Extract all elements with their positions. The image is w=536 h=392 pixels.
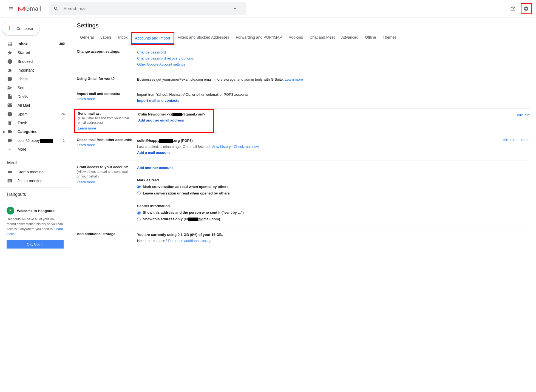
- settings-content: Settings General Labels Inbox Accounts a…: [70, 18, 536, 392]
- gsuite-learn-more-link[interactable]: Learn more: [285, 77, 303, 81]
- other-google-settings-link[interactable]: Other Google Account settings: [137, 62, 185, 66]
- add-mail-account-link[interactable]: Add a mail account: [137, 151, 170, 155]
- clock-icon: [7, 59, 13, 64]
- chevron-right-icon: ▶: [3, 130, 5, 133]
- grant-learn-more-link[interactable]: Learn more: [77, 180, 133, 184]
- storage-need-text: Need more space?: [137, 239, 168, 243]
- svg-rect-5: [9, 28, 10, 28]
- sidebar-item-join-meeting[interactable]: Join a meeting: [0, 176, 68, 185]
- tab-forwarding[interactable]: Forwarding and POP/IMAP: [232, 32, 285, 45]
- add-another-email-link[interactable]: Add another email address: [138, 118, 184, 122]
- import-learn-more-link[interactable]: Learn more: [77, 97, 133, 101]
- gmail-logo-icon: [18, 6, 25, 12]
- mark-read-radio-1[interactable]: [137, 185, 141, 188]
- tab-filters[interactable]: Filters and Blocked Addresses: [174, 32, 232, 45]
- hangouts-description: Hangouts will save all of your on-record…: [7, 217, 64, 236]
- sidebar: Compose Inbox 380 Starred Snoozed Import…: [0, 18, 70, 392]
- tab-inbox[interactable]: Inbox: [115, 32, 131, 45]
- sender-radio-1[interactable]: [137, 211, 141, 215]
- sidebar-item-categories[interactable]: ▶ Categories: [0, 127, 68, 136]
- send-icon: [7, 85, 13, 91]
- spam-icon: [7, 111, 13, 117]
- important-icon: [7, 67, 13, 73]
- send-as-title: Send mail as:: [78, 111, 134, 115]
- check-mail-edit-info-link[interactable]: edit info: [503, 138, 515, 142]
- tab-addons[interactable]: Add-ons: [285, 32, 306, 45]
- svg-rect-4: [10, 28, 11, 28]
- sidebar-item-allmail[interactable]: All Mail: [0, 101, 68, 110]
- mark-read-radio-2[interactable]: [137, 191, 141, 195]
- import-mail-link[interactable]: Import mail and contacts: [137, 98, 179, 103]
- header: Gmail: [0, 0, 536, 18]
- section-grant-access: Grant access to your account: (Allow oth…: [77, 160, 529, 227]
- tab-general[interactable]: General: [77, 32, 97, 45]
- section-import: Import mail and contacts: Learn more Imp…: [77, 87, 529, 108]
- hangouts-welcome-card: ❝ Welcome to Hangouts! Hangouts will sav…: [3, 204, 67, 252]
- view-history-link[interactable]: View history: [212, 145, 231, 149]
- sender-radio-2[interactable]: [137, 218, 141, 221]
- sidebar-item-sent[interactable]: Sent: [0, 83, 68, 92]
- meet-section-title: Meet: [0, 158, 70, 168]
- video-icon: [7, 169, 13, 175]
- help-button[interactable]: [507, 3, 518, 14]
- check-mail-account: colin@happy.org (POP3): [137, 139, 193, 143]
- logo-area[interactable]: Gmail: [18, 5, 41, 12]
- hangouts-ok-button[interactable]: OK, Got it.: [7, 240, 64, 249]
- hangouts-welcome-title: Welcome to Hangouts!: [17, 209, 56, 213]
- change-account-title: Change account settings:: [77, 49, 133, 53]
- tab-labels[interactable]: Labels: [97, 32, 115, 45]
- tab-chat[interactable]: Chat and Meet: [306, 32, 338, 45]
- sidebar-item-custom-label[interactable]: colin@happy 1: [0, 136, 68, 145]
- tab-advanced[interactable]: Advanced: [338, 32, 362, 45]
- sidebar-item-chats[interactable]: Chats: [0, 75, 68, 83]
- search-input[interactable]: [63, 6, 232, 11]
- sidebar-item-snoozed[interactable]: Snoozed: [0, 57, 68, 66]
- tab-themes[interactable]: Themes: [379, 32, 400, 45]
- svg-rect-3: [7, 28, 9, 28]
- section-change-account: Change account settings: Change password…: [77, 45, 529, 72]
- check-mail-learn-more-link[interactable]: Learn more: [77, 143, 133, 147]
- change-recovery-link[interactable]: Change password recovery options: [137, 56, 193, 60]
- grant-title: Grant access to your account:: [77, 165, 133, 169]
- check-mail-now-link[interactable]: Check mail now: [234, 145, 259, 149]
- sidebar-item-important[interactable]: Important: [0, 66, 68, 75]
- work-title: Using Gmail for work?: [77, 77, 133, 81]
- gear-icon: [523, 6, 529, 12]
- add-another-account-link[interactable]: Add another account: [137, 166, 173, 170]
- sidebar-item-spam[interactable]: Spam 24: [0, 110, 68, 119]
- main-menu-button[interactable]: [4, 2, 18, 15]
- label-icon: [7, 129, 13, 134]
- import-title: Import mail and contacts:: [77, 92, 133, 96]
- hangouts-section-title: Hangouts: [0, 190, 70, 199]
- compose-button[interactable]: Compose: [2, 22, 39, 35]
- section-send-mail-as: Send mail as: (Use Gmail to send from yo…: [77, 109, 529, 134]
- change-password-link[interactable]: Change password: [137, 50, 166, 54]
- purchase-storage-link[interactable]: Purchase additional storage: [168, 239, 212, 243]
- sender-option-2: Show this address only (cr@gmail.com): [143, 216, 220, 222]
- mark-read-option-1: Mark conversation as read when opened by…: [143, 184, 229, 190]
- star-icon: [7, 50, 13, 55]
- sidebar-item-starred[interactable]: Starred: [0, 48, 68, 57]
- tab-accounts-import[interactable]: Accounts and Import: [132, 33, 173, 44]
- sidebar-item-drafts[interactable]: Drafts: [0, 92, 68, 101]
- search-box[interactable]: [49, 2, 246, 15]
- sidebar-item-more[interactable]: More: [0, 145, 68, 154]
- sidebar-item-trash[interactable]: Trash: [0, 119, 68, 127]
- drafts-icon: [7, 94, 13, 99]
- mail-icon: [7, 103, 13, 108]
- svg-rect-1: [9, 26, 10, 28]
- tab-offline[interactable]: Offline: [362, 32, 379, 45]
- menu-icon: [8, 6, 14, 12]
- search-options-icon[interactable]: [232, 6, 238, 12]
- send-as-edit-info-link[interactable]: edit info: [517, 113, 529, 117]
- app-name: Gmail: [25, 5, 41, 12]
- mark-read-heading: Mark as read: [137, 178, 159, 182]
- plus-icon: [7, 25, 12, 32]
- sidebar-item-inbox[interactable]: Inbox 380: [0, 40, 68, 48]
- settings-button[interactable]: [521, 3, 532, 14]
- send-as-learn-more-link[interactable]: Learn more: [78, 126, 134, 130]
- check-mail-delete-link[interactable]: delete: [520, 138, 529, 142]
- sidebar-item-start-meeting[interactable]: Start a meeting: [0, 168, 68, 176]
- label-icon: [7, 138, 13, 143]
- send-as-email: Colin Newcomer <cr@gmail.com>: [138, 112, 205, 116]
